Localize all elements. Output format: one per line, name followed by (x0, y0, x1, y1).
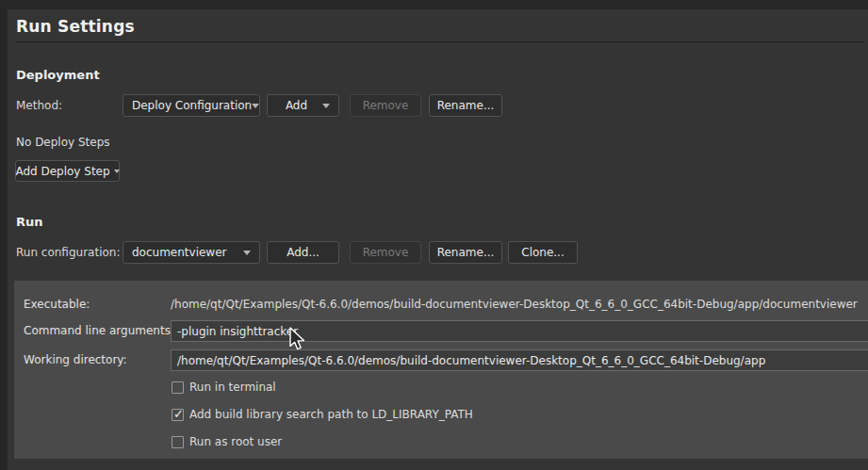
deploy-rename-label: Rename... (437, 99, 495, 112)
run-configuration-value: documentviewer (132, 246, 227, 259)
command-line-arguments-label: Command line arguments: (24, 324, 174, 337)
page-title: Run Settings (16, 17, 135, 36)
run-remove-button[interactable]: Remove (350, 241, 421, 264)
deploy-add-button[interactable]: Add (267, 94, 339, 117)
run-config-details-panel: Executable: /home/qt/Qt/Examples/Qt-6.6.… (14, 281, 868, 459)
executable-value: /home/qt/Qt/Examples/Qt-6.6.0/demos/buil… (171, 298, 858, 311)
title-separator (16, 41, 863, 42)
executable-label: Executable: (24, 298, 90, 311)
deploy-rename-button[interactable]: Rename... (429, 94, 502, 117)
chevron-down-icon (114, 170, 120, 173)
run-section-header: Run (16, 215, 43, 229)
run-add-label: Add... (287, 246, 319, 259)
no-deploy-steps-text: No Deploy Steps (16, 136, 110, 149)
deploy-method-combobox[interactable]: Deploy Configuration (123, 94, 260, 117)
checkbox-icon[interactable] (172, 409, 184, 421)
run-rename-button[interactable]: Rename... (429, 241, 502, 264)
run-clone-label: Clone... (521, 246, 565, 259)
run-configuration-combobox[interactable]: documentviewer (123, 241, 260, 264)
working-directory-label: Working directory: (24, 353, 127, 366)
add-deploy-step-button[interactable]: Add Deploy Step (15, 160, 120, 182)
checkbox-row-run-as-root[interactable]: Run as root user (172, 434, 282, 449)
checkbox-icon[interactable] (172, 436, 184, 448)
run-clone-button[interactable]: Clone... (508, 241, 578, 264)
run-settings-panel: Run Settings Deployment Method: Deploy C… (8, 9, 868, 470)
checkbox-row-ld-library-path[interactable]: Add build library search path to LD_LIBR… (172, 407, 473, 422)
chevron-down-icon (322, 104, 330, 108)
add-deploy-step-label: Add Deploy Step (15, 165, 109, 178)
chevron-down-icon (252, 104, 259, 108)
command-line-arguments-input[interactable]: -plugin insighttracker (171, 320, 868, 342)
checkbox-label: Add build library search path to LD_LIBR… (189, 408, 473, 421)
deploy-remove-label: Remove (363, 99, 409, 112)
run-add-button[interactable]: Add... (267, 241, 339, 264)
command-line-arguments-value: -plugin insighttracker (177, 325, 298, 338)
deploy-add-label: Add (286, 99, 307, 112)
run-configuration-label: Run configuration: (16, 246, 120, 259)
checkbox-icon[interactable] (172, 381, 184, 394)
deploy-method-value: Deploy Configuration (132, 99, 252, 112)
chevron-down-icon (243, 251, 251, 255)
checkbox-row-run-in-terminal[interactable]: Run in terminal (172, 380, 276, 395)
method-label: Method: (16, 99, 62, 112)
run-rename-label: Rename... (437, 246, 495, 259)
working-directory-value: /home/qt/Qt/Examples/Qt-6.6.0/demos/buil… (177, 354, 765, 367)
checkbox-label: Run as root user (189, 435, 282, 448)
checkbox-label: Run in terminal (189, 381, 276, 394)
run-settings-screen: Run Settings Deployment Method: Deploy C… (0, 0, 868, 470)
deployment-section-header: Deployment (16, 68, 100, 82)
run-remove-label: Remove (363, 246, 409, 259)
working-directory-input[interactable]: /home/qt/Qt/Examples/Qt-6.6.0/demos/buil… (171, 349, 868, 371)
deploy-remove-button[interactable]: Remove (350, 94, 421, 117)
